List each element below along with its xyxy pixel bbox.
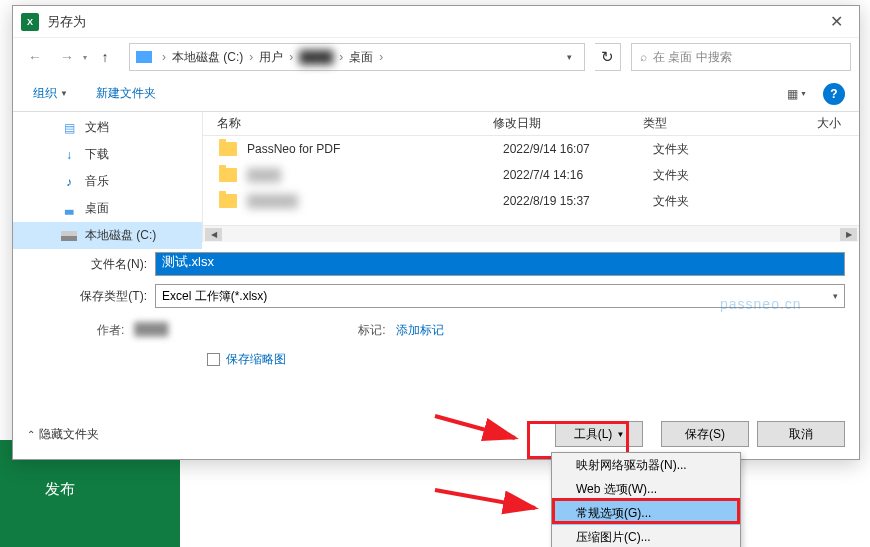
dropdown-item-web-options[interactable]: Web 选项(W)... [552,477,740,501]
download-icon: ↓ [61,147,77,163]
file-row[interactable]: ████ 2022/7/4 14:16 文件夹 [203,162,859,188]
savetype-label: 保存类型(T): [27,288,155,305]
address-expand-icon[interactable]: ▾ [561,52,578,62]
help-button[interactable]: ? [823,83,845,105]
file-row[interactable]: PassNeo for PDF 2022/9/14 16:07 文件夹 [203,136,859,162]
folder-icon [219,142,237,156]
col-type-header[interactable]: 类型 [643,115,773,132]
forward-button[interactable]: → [53,43,81,71]
sidebar-item-documents[interactable]: ▤ 文档 [13,114,202,141]
chevron-up-icon: ⌃ [27,429,35,440]
address-bar[interactable]: › 本地磁盘 (C:) › 用户 › ████ › 桌面 › ▾ [129,43,585,71]
dropdown-item-compress-pictures[interactable]: 压缩图片(C)... [552,525,740,547]
dropdown-item-general-options[interactable]: 常规选项(G)... [552,501,740,525]
scroll-left-icon[interactable]: ◀ [205,228,222,241]
save-as-dialog: X 另存为 ✕ ← → ▾ ↑ › 本地磁盘 (C:) › 用户 › ████ … [12,5,860,460]
breadcrumb-user[interactable]: ████ [297,50,335,64]
filename-input[interactable]: 测试.xlsx [155,252,845,276]
column-headers: 名称 修改日期 类型 大小 [203,112,859,136]
chevron-down-icon: ▼ [616,430,624,439]
up-button[interactable]: ↑ [91,43,119,71]
cancel-button[interactable]: 取消 [757,421,845,447]
horizontal-scrollbar[interactable]: ◀ ▶ [203,225,859,242]
dropdown-item-map-network[interactable]: 映射网络驱动器(N)... [552,453,740,477]
col-date-header[interactable]: 修改日期 [493,115,643,132]
file-list: PassNeo for PDF 2022/9/14 16:07 文件夹 ████… [203,136,859,225]
folder-sidebar: ▤ 文档 ↓ 下载 ♪ 音乐 ▃ 桌面 本地磁盘 (C:) [13,112,203,242]
music-icon: ♪ [61,174,77,190]
search-input[interactable]: ⌕ 在 桌面 中搜索 [631,43,851,71]
sidebar-item-downloads[interactable]: ↓ 下载 [13,141,202,168]
folder-icon [219,194,237,208]
chevron-down-icon: ▾ [833,291,838,301]
thumbnail-label: 保存缩略图 [226,351,286,368]
sidebar-item-drive-c[interactable]: 本地磁盘 (C:) [13,222,202,249]
excel-app-icon: X [21,13,39,31]
tools-button[interactable]: 工具(L) ▼ [555,421,643,447]
toolbar: 组织▼ 新建文件夹 ▦▼ ? [13,76,859,112]
save-button[interactable]: 保存(S) [661,421,749,447]
sidebar-item-music[interactable]: ♪ 音乐 [13,168,202,195]
view-mode-button[interactable]: ▦▼ [785,83,809,105]
refresh-button[interactable]: ↻ [595,43,621,71]
organize-button[interactable]: 组织▼ [27,81,74,106]
history-chevron-icon[interactable]: ▾ [83,53,87,62]
window-title: 另存为 [47,13,86,31]
titlebar: X 另存为 ✕ [13,6,859,38]
nav-area: ← → ▾ ↑ › 本地磁盘 (C:) › 用户 › ████ › 桌面 › ▾… [13,38,859,76]
tags-input[interactable]: 添加标记 [396,322,444,339]
excel-publish-label: 发布 [45,480,75,499]
col-name-header[interactable]: 名称 [203,115,493,132]
new-folder-button[interactable]: 新建文件夹 [90,81,162,106]
close-button[interactable]: ✕ [813,6,859,38]
folder-icon [219,168,237,182]
desktop-icon: ▃ [61,201,77,217]
savetype-select[interactable]: Excel 工作簿(*.xlsx) ▾ [155,284,845,308]
tags-label: 标记: [358,322,385,339]
tools-dropdown: 映射网络驱动器(N)... Web 选项(W)... 常规选项(G)... 压缩… [551,452,741,547]
hide-folders-button[interactable]: ⌃ 隐藏文件夹 [27,426,99,443]
filename-label: 文件名(N): [27,256,155,273]
search-icon: ⌕ [640,50,647,64]
drive-icon [136,51,152,63]
breadcrumb-desktop[interactable]: 桌面 [347,49,375,66]
thumbnail-checkbox[interactable] [207,353,220,366]
author-value[interactable]: ████ [134,322,168,339]
col-size-header[interactable]: 大小 [773,115,859,132]
sidebar-item-desktop[interactable]: ▃ 桌面 [13,195,202,222]
file-row[interactable]: ██████ 2022/8/19 15:37 文件夹 [203,188,859,214]
document-icon: ▤ [61,120,77,136]
breadcrumb-root[interactable]: 本地磁盘 (C:) [170,49,245,66]
breadcrumb-users[interactable]: 用户 [257,49,285,66]
drive-icon [61,228,77,244]
back-button[interactable]: ← [21,43,49,71]
author-label: 作者: [97,322,124,339]
scroll-right-icon[interactable]: ▶ [840,228,857,241]
